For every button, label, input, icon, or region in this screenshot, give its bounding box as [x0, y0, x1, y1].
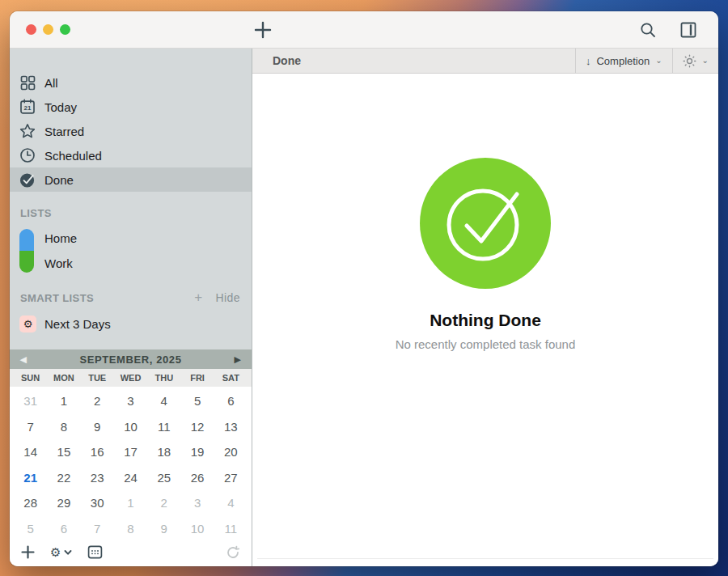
calendar-day[interactable]: 31 [14, 388, 47, 414]
calendar-day[interactable]: 14 [14, 439, 47, 465]
calendar-day[interactable]: 4 [147, 388, 180, 414]
calendar-day[interactable]: 2 [147, 490, 180, 516]
add-task-button[interactable] [249, 11, 277, 49]
main-panel: Done ↓ Completion ⌄ ⌄ [252, 49, 718, 566]
calendar-day[interactable]: 18 [147, 439, 180, 465]
calendar-grid: 3112345678910111213141516171819202122232… [10, 387, 252, 541]
star-icon [19, 123, 36, 139]
sidebar-item-label: Done [44, 173, 74, 187]
calendar-day[interactable]: 9 [147, 516, 180, 542]
main-header: Done ↓ Completion ⌄ ⌄ [252, 49, 718, 74]
sidebar-nav: All 21 Today Starred [10, 49, 252, 192]
calendar-month-header: ◀ SEPTEMBER, 2025 ▶ [10, 349, 252, 369]
calendar-day[interactable]: 27 [214, 465, 248, 491]
calendar-day[interactable]: 26 [180, 465, 214, 491]
sidebar-item-starred[interactable]: Starred [10, 119, 252, 143]
calendar-day[interactable]: 10 [180, 516, 214, 542]
smart-lists-header-label: SMART LISTS [20, 292, 94, 304]
calendar-day[interactable]: 1 [114, 490, 147, 516]
calendar-day[interactable]: 9 [81, 414, 114, 440]
calendar-day[interactable]: 22 [47, 465, 80, 491]
calendar-day[interactable]: 3 [114, 388, 147, 414]
sidebar-item-label: Starred [44, 125, 84, 138]
weekday-label: SUN [14, 373, 47, 383]
work-list-color [19, 251, 34, 273]
add-smart-list-button[interactable]: + [194, 290, 202, 306]
mini-calendar: ◀ SEPTEMBER, 2025 ▶ SUNMONTUEWEDTHUFRISA… [10, 349, 252, 566]
lists-header-label: LISTS [20, 207, 52, 219]
calendar-day[interactable]: 21 [14, 465, 47, 491]
empty-state-title: Nothing Done [430, 311, 541, 330]
calendar-day[interactable]: 30 [81, 490, 114, 516]
calendar-month-label: SEPTEMBER, 2025 [37, 354, 224, 366]
close-window-button[interactable] [26, 24, 36, 35]
calendar-day[interactable]: 17 [114, 439, 147, 465]
minimize-window-button[interactable] [43, 24, 53, 35]
app-window: All 21 Today Starred [10, 11, 718, 566]
weekday-label: FRI [180, 373, 214, 383]
calendar-day[interactable]: 1 [47, 388, 80, 414]
calendar-day[interactable]: 6 [214, 388, 248, 414]
chevron-down-icon: ⌄ [702, 56, 709, 65]
sidebar-smart-next-3-days[interactable]: ⚙ Next 3 Days [10, 311, 252, 336]
calendar-weekday-row: SUNMONTUEWEDTHUFRISAT [10, 369, 252, 387]
gear-icon: ⚙ [19, 316, 36, 332]
window-body: All 21 Today Starred [10, 49, 718, 566]
settings-gear-dropdown-icon[interactable]: ⚙ [50, 545, 72, 560]
calendar-view-icon[interactable] [87, 544, 103, 560]
calendar-day[interactable]: 3 [180, 490, 214, 516]
prev-month-button[interactable]: ◀ [10, 354, 37, 365]
sort-dropdown[interactable]: ↓ Completion ⌄ [575, 49, 672, 73]
calendar-day[interactable]: 23 [81, 465, 114, 491]
home-list-color [19, 229, 34, 251]
smart-list-label: Next 3 Days [44, 317, 111, 331]
calendar-day[interactable]: 25 [147, 465, 180, 491]
sidebar-list-work[interactable]: Work [10, 251, 252, 276]
calendar-day[interactable]: 13 [214, 414, 248, 440]
calendar-day[interactable]: 7 [14, 414, 47, 440]
weekday-label: SAT [214, 373, 248, 383]
calendar-day[interactable]: 15 [47, 439, 80, 465]
sidebar-toolbar: ⚙ [10, 541, 252, 566]
calendar-day[interactable]: 29 [47, 490, 80, 516]
calendar-day[interactable]: 5 [180, 388, 214, 414]
calendar-day[interactable]: 19 [180, 439, 214, 465]
calendar-day[interactable]: 20 [214, 439, 248, 465]
list-label: Work [44, 256, 73, 270]
sidebar-item-all[interactable]: All [10, 70, 252, 95]
done-check-graphic [420, 158, 551, 289]
calendar-day[interactable]: 6 [47, 516, 80, 542]
sidebar-item-today[interactable]: 21 Today [10, 95, 252, 119]
traffic-lights [10, 24, 70, 35]
next-month-button[interactable]: ▶ [224, 354, 252, 365]
sidebar-item-scheduled[interactable]: Scheduled [10, 143, 252, 167]
search-icon[interactable] [639, 21, 657, 39]
new-task-plus-icon[interactable] [21, 545, 35, 559]
toggle-right-panel-icon[interactable] [679, 21, 697, 39]
calendar-day[interactable]: 11 [147, 414, 180, 440]
calendar-day[interactable]: 24 [114, 465, 147, 491]
sidebar-list-home[interactable]: Home [10, 226, 252, 251]
calendar-day[interactable]: 5 [14, 516, 47, 542]
refresh-icon[interactable] [226, 545, 240, 560]
calendar-day[interactable]: 12 [180, 414, 214, 440]
sort-label: Completion [596, 55, 650, 67]
calendar-day[interactable]: 28 [14, 490, 47, 516]
sidebar-item-done[interactable]: Done [10, 167, 252, 192]
hide-smart-lists-button[interactable]: Hide [216, 291, 240, 304]
calendar-day[interactable]: 4 [214, 490, 248, 516]
calendar-day[interactable]: 10 [114, 414, 147, 440]
calendar-day[interactable]: 8 [114, 516, 147, 542]
calendar-date-icon: 21 [19, 99, 36, 115]
sidebar: All 21 Today Starred [10, 49, 252, 566]
sidebar-item-label: Scheduled [44, 149, 102, 163]
zoom-window-button[interactable] [60, 24, 70, 35]
calendar-day[interactable]: 2 [81, 388, 114, 414]
calendar-day[interactable]: 7 [81, 516, 114, 542]
calendar-day[interactable]: 16 [81, 439, 114, 465]
titlebar-actions [639, 11, 718, 49]
view-options-dropdown[interactable]: ⌄ [672, 49, 718, 73]
check-circle-icon [19, 172, 36, 188]
calendar-day[interactable]: 11 [214, 516, 248, 542]
calendar-day[interactable]: 8 [47, 414, 80, 440]
